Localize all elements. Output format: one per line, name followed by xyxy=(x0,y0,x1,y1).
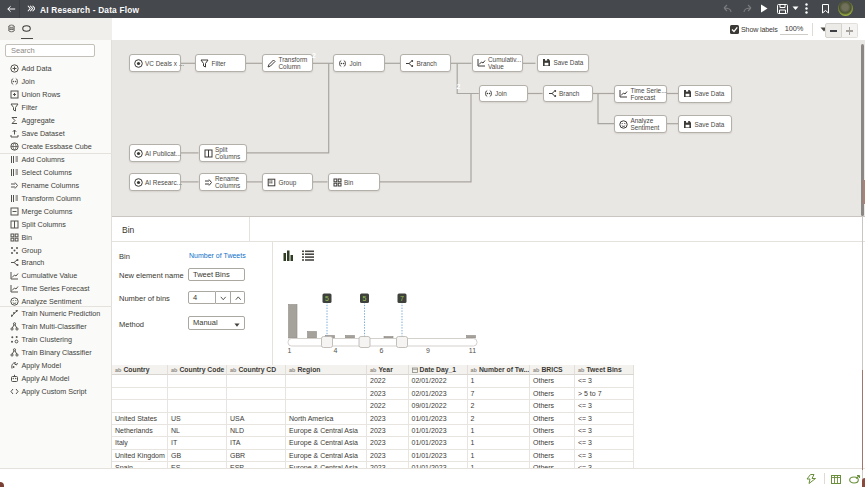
svg-text:5: 5 xyxy=(363,294,367,301)
svg-text:5: 5 xyxy=(325,294,329,301)
svg-text:11: 11 xyxy=(469,347,476,354)
svg-text:4: 4 xyxy=(334,347,338,354)
svg-text:9: 9 xyxy=(426,347,430,354)
svg-text:6: 6 xyxy=(380,347,384,354)
svg-text:1: 1 xyxy=(288,347,292,354)
svg-text:7: 7 xyxy=(400,294,404,301)
